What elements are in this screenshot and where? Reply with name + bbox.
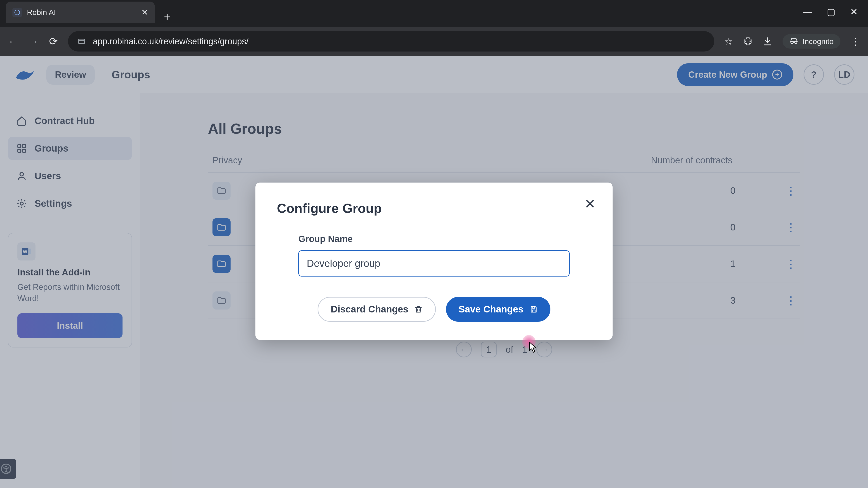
maximize-icon[interactable]: ▢ (827, 6, 835, 17)
browser-tab[interactable]: Robin AI ✕ (6, 2, 155, 23)
save-icon (529, 305, 538, 314)
trash-icon (414, 305, 423, 314)
address-bar[interactable]: app.robinai.co.uk/review/settings/groups… (68, 31, 714, 52)
browser-titlebar: Robin AI ✕ + ― ▢ ✕ (0, 0, 868, 27)
incognito-icon (789, 37, 798, 46)
incognito-badge[interactable]: Incognito (782, 34, 840, 48)
downloads-icon[interactable] (763, 37, 772, 46)
window-controls: ― ▢ ✕ (803, 6, 868, 17)
minimize-icon[interactable]: ― (803, 7, 812, 17)
new-tab-icon[interactable]: + (164, 10, 170, 23)
save-button[interactable]: Save Changes (446, 297, 550, 322)
browser-toolbar: ← → ⟳ app.robinai.co.uk/review/settings/… (0, 27, 868, 56)
bookmark-icon[interactable]: ☆ (724, 36, 733, 47)
extensions-icon[interactable] (743, 37, 753, 46)
configure-group-modal: Configure Group ✕ Group Name Discard Cha… (255, 183, 613, 340)
browser-menu-icon[interactable]: ⋮ (850, 36, 860, 47)
svg-point-0 (15, 10, 20, 15)
site-info-icon[interactable] (77, 37, 86, 46)
modal-title: Configure Group (277, 201, 591, 216)
group-name-input[interactable] (298, 250, 569, 276)
tab-title: Robin AI (27, 8, 136, 17)
tab-favicon-icon (12, 8, 22, 17)
group-name-label: Group Name (298, 234, 591, 244)
svg-rect-1 (79, 39, 85, 43)
reload-icon[interactable]: ⟳ (49, 35, 58, 47)
tab-close-icon[interactable]: ✕ (141, 8, 148, 17)
modal-overlay[interactable]: Configure Group ✕ Group Name Discard Cha… (0, 56, 868, 488)
forward-icon[interactable]: → (29, 35, 39, 47)
back-icon[interactable]: ← (8, 35, 18, 47)
incognito-label: Incognito (802, 37, 834, 46)
url-text: app.robinai.co.uk/review/settings/groups… (93, 37, 249, 46)
app-viewport: Review Groups Create New Group + ? LD Co… (0, 56, 868, 488)
close-window-icon[interactable]: ✕ (850, 6, 858, 17)
close-icon[interactable]: ✕ (584, 196, 596, 212)
discard-button[interactable]: Discard Changes (318, 297, 436, 322)
